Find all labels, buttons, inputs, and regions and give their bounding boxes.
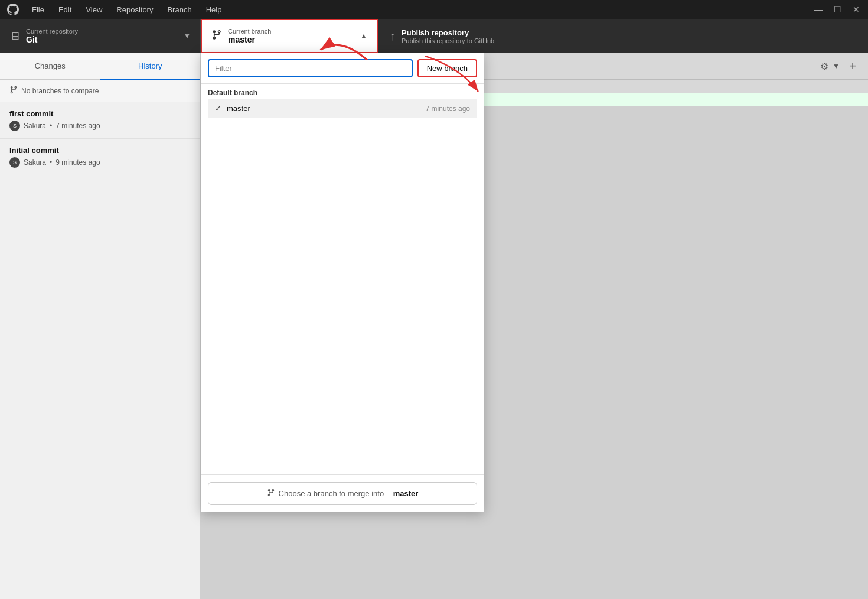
- settings-chevron: ▼: [833, 62, 840, 70]
- commit-time: 9 minutes ago: [56, 158, 100, 167]
- branch-chevron-icon: ▲: [360, 32, 367, 40]
- filter-input[interactable]: [208, 59, 413, 77]
- branch-text: Current branch master: [228, 28, 271, 44]
- commit-time: 7 minutes ago: [56, 122, 100, 130]
- commit-item[interactable]: Initial commit S Sakura • 9 minutes ago: [0, 139, 200, 175]
- branch-filter-row: New branch: [201, 53, 484, 84]
- branch-compare-icon: [9, 86, 18, 96]
- repo-label: Current repository: [26, 28, 78, 35]
- commit-meta: S Sakura • 7 minutes ago: [9, 121, 191, 131]
- repo-chevron-icon: ▼: [184, 32, 191, 40]
- no-branches-text: No branches to compare: [21, 87, 99, 95]
- default-branch-section: Default branch ✓ master 7 minutes ago: [201, 84, 484, 120]
- add-icon[interactable]: +: [844, 58, 861, 74]
- publish-text: Publish repository Publish this reposito…: [402, 28, 494, 44]
- merge-btn-row: Choose a branch to merge into master: [201, 474, 484, 512]
- commit-title: Initial commit: [9, 146, 191, 155]
- menu-branch[interactable]: Branch: [161, 3, 197, 17]
- commit-dot: •: [50, 122, 52, 130]
- merge-btn-target: master: [393, 489, 419, 498]
- menu-edit[interactable]: Edit: [53, 3, 77, 17]
- settings-icon[interactable]: ⚙: [816, 58, 833, 74]
- github-logo-icon: [7, 4, 19, 15]
- repo-text: Current repository Git: [26, 28, 78, 44]
- checkmark-icon: ✓: [215, 104, 227, 113]
- commit-list: first commit S Sakura • 7 minutes ago In…: [0, 102, 200, 599]
- merge-branch-icon: [267, 489, 275, 499]
- branch-item-master[interactable]: ✓ master 7 minutes ago: [208, 99, 477, 118]
- merge-button[interactable]: Choose a branch to merge into master: [208, 482, 477, 505]
- commit-title: first commit: [9, 109, 191, 118]
- branch-dropdown-body: [201, 120, 484, 474]
- close-button[interactable]: ✕: [851, 5, 861, 14]
- window-controls: — ☐ ✕: [814, 5, 861, 14]
- branch-name: master: [228, 35, 271, 44]
- branch-dropdown: New branch Default branch ✓ master 7 min…: [201, 53, 484, 512]
- menu-repository[interactable]: Repository: [110, 3, 159, 17]
- sidebar: Changes History No branches to compare f…: [0, 53, 201, 599]
- branch-item-name: master: [227, 104, 426, 113]
- menu-bar: File Edit View Repository Branch Help: [26, 3, 814, 17]
- commit-author: Sakura: [24, 122, 46, 130]
- publish-title: Publish repository: [402, 28, 494, 37]
- publish-subtitle: Publish this repository to GitHub: [402, 37, 494, 44]
- menu-file[interactable]: File: [26, 3, 50, 17]
- publish-section[interactable]: ↑ Publish repository Publish this reposi…: [378, 19, 868, 53]
- publish-icon: ↑: [390, 30, 396, 43]
- no-branches-bar: No branches to compare: [0, 80, 200, 102]
- commit-dot: •: [50, 158, 52, 167]
- repo-name: Git: [26, 35, 78, 44]
- branch-section[interactable]: Current branch master ▲: [201, 19, 378, 53]
- merge-btn-prefix: Choose a branch to merge into: [279, 489, 384, 498]
- commit-item[interactable]: first commit S Sakura • 7 minutes ago: [0, 102, 200, 139]
- menu-help[interactable]: Help: [200, 3, 228, 17]
- menu-view[interactable]: View: [80, 3, 108, 17]
- tab-changes[interactable]: Changes: [0, 53, 100, 80]
- commit-avatar: S: [9, 157, 20, 168]
- branch-item-time: 7 minutes ago: [426, 105, 470, 113]
- repo-section[interactable]: 🖥 Current repository Git ▼: [0, 19, 201, 53]
- commit-meta: S Sakura • 9 minutes ago: [9, 157, 191, 168]
- minimize-button[interactable]: —: [814, 5, 823, 14]
- branch-label: Current branch: [228, 28, 271, 35]
- tab-history[interactable]: History: [100, 53, 201, 80]
- default-branch-heading: Default branch: [208, 89, 477, 97]
- monitor-icon: 🖥: [9, 30, 20, 43]
- new-branch-button[interactable]: New branch: [417, 59, 477, 77]
- app-header: 🖥 Current repository Git ▼ Current branc…: [0, 19, 868, 53]
- branch-icon: [211, 30, 222, 43]
- commit-author: Sakura: [24, 158, 46, 167]
- commit-avatar: S: [9, 121, 20, 131]
- titlebar: File Edit View Repository Branch Help — …: [0, 0, 868, 19]
- tab-bar: Changes History: [0, 53, 200, 80]
- maximize-button[interactable]: ☐: [833, 5, 842, 14]
